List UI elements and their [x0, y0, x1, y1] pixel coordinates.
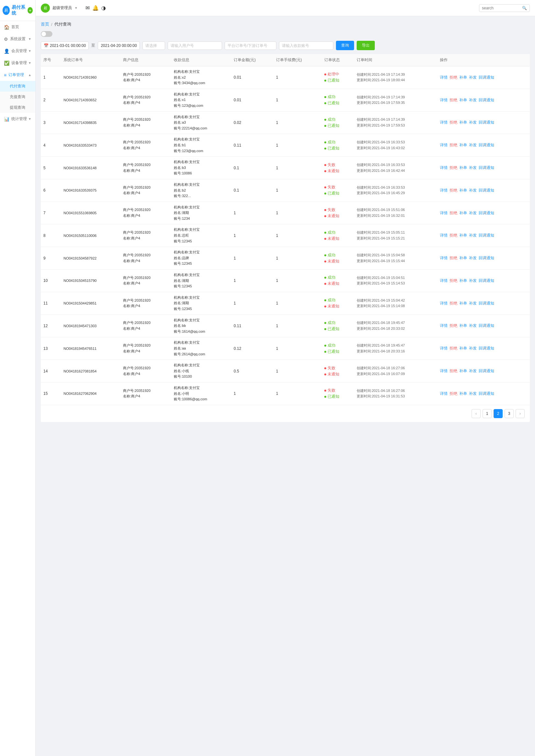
action-补单[interactable]: 补单 [459, 210, 467, 216]
action-补单[interactable]: 补单 [459, 278, 467, 284]
date-from-picker[interactable]: 📅 2021-03-01 00:00:00 [41, 42, 89, 50]
action-回调通知[interactable]: 回调通知 [479, 233, 494, 238]
action-详情[interactable]: 详情 [440, 75, 448, 80]
order-id-input[interactable] [225, 42, 276, 50]
action-补发[interactable]: 补发 [469, 255, 477, 261]
action-补发[interactable]: 补发 [469, 142, 477, 148]
action-补单[interactable]: 补单 [459, 323, 467, 328]
sidebar-item-chongzhi[interactable]: 充值查询 [0, 92, 35, 102]
sidebar-add-button[interactable]: + [28, 7, 33, 14]
action-补单[interactable]: 补单 [459, 188, 467, 193]
action-补发[interactable]: 补发 [469, 391, 477, 396]
dropdown-icon[interactable]: ▼ [74, 6, 78, 10]
action-回调通知[interactable]: 回调通知 [479, 75, 494, 80]
sidebar-item-system[interactable]: ⚙ 系统设置 ▼ [0, 33, 35, 45]
action-拒绝[interactable]: 拒绝 [450, 210, 457, 216]
theme-icon[interactable]: ◑ [101, 5, 106, 11]
action-回调通知[interactable]: 回调通知 [479, 278, 494, 284]
action-详情[interactable]: 详情 [440, 301, 448, 306]
action-补单[interactable]: 补单 [459, 98, 467, 103]
action-补发[interactable]: 补发 [469, 233, 477, 238]
action-详情[interactable]: 详情 [440, 278, 448, 284]
action-拒绝[interactable]: 拒绝 [450, 233, 457, 238]
action-拒绝[interactable]: 拒绝 [450, 391, 457, 396]
action-补单[interactable]: 补单 [459, 142, 467, 148]
action-补单[interactable]: 补单 [459, 255, 467, 261]
sidebar-item-stats[interactable]: 📊 统计管理 ▼ [0, 113, 35, 125]
user-id-input[interactable] [168, 42, 222, 50]
page-2-button[interactable]: 2 [493, 409, 503, 418]
action-回调通知[interactable]: 回调通知 [479, 210, 494, 216]
action-补发[interactable]: 补发 [469, 188, 477, 193]
action-补发[interactable]: 补发 [469, 278, 477, 284]
bell-icon[interactable]: 🔔 [92, 5, 99, 11]
action-回调通知[interactable]: 回调通知 [479, 255, 494, 261]
action-详情[interactable]: 详情 [440, 323, 448, 328]
action-回调通知[interactable]: 回调通知 [479, 301, 494, 306]
action-拒绝[interactable]: 拒绝 [450, 368, 457, 374]
action-详情[interactable]: 详情 [440, 368, 448, 374]
action-拒绝[interactable]: 拒绝 [450, 255, 457, 261]
action-补发[interactable]: 补发 [469, 323, 477, 328]
action-拒绝[interactable]: 拒绝 [450, 188, 457, 193]
search-icon[interactable]: 🔍 [522, 6, 527, 10]
action-详情[interactable]: 详情 [440, 210, 448, 216]
action-拒绝[interactable]: 拒绝 [450, 75, 457, 80]
action-补发[interactable]: 补发 [469, 120, 477, 125]
sidebar-item-order[interactable]: ≡ 订单管理 ▲ [0, 69, 35, 81]
action-补发[interactable]: 补发 [469, 98, 477, 103]
page-prev-button[interactable]: ‹ [471, 409, 481, 418]
action-补发[interactable]: 补发 [469, 368, 477, 374]
export-button[interactable]: 导出 [357, 41, 375, 50]
action-回调通知[interactable]: 回调通知 [479, 346, 494, 351]
page-1-button[interactable]: 1 [483, 409, 492, 418]
action-补发[interactable]: 补发 [469, 346, 477, 351]
action-拒绝[interactable]: 拒绝 [450, 142, 457, 148]
action-补单[interactable]: 补单 [459, 165, 467, 171]
sidebar-item-daifu[interactable]: 代付查询 [0, 81, 35, 92]
action-回调通知[interactable]: 回调通知 [479, 391, 494, 396]
action-详情[interactable]: 详情 [440, 98, 448, 103]
breadcrumb-home[interactable]: 首页 [41, 21, 49, 27]
action-拒绝[interactable]: 拒绝 [450, 165, 457, 171]
action-补单[interactable]: 补单 [459, 368, 467, 374]
action-补发[interactable]: 补发 [469, 301, 477, 306]
action-详情[interactable]: 详情 [440, 142, 448, 148]
sidebar-item-member[interactable]: 👤 会员管理 ▼ [0, 45, 35, 57]
search-input[interactable] [482, 6, 521, 10]
action-回调通知[interactable]: 回调通知 [479, 323, 494, 328]
action-拒绝[interactable]: 拒绝 [450, 323, 457, 328]
action-详情[interactable]: 详情 [440, 346, 448, 351]
action-补单[interactable]: 补单 [459, 346, 467, 351]
action-补发[interactable]: 补发 [469, 210, 477, 216]
query-button[interactable]: 查询 [336, 41, 354, 50]
action-补单[interactable]: 补单 [459, 233, 467, 238]
action-回调通知[interactable]: 回调通知 [479, 98, 494, 103]
date-to-picker[interactable]: 2021-04-20 00:00:00 [98, 42, 139, 50]
action-详情[interactable]: 详情 [440, 233, 448, 238]
action-回调通知[interactable]: 回调通知 [479, 368, 494, 374]
action-详情[interactable]: 详情 [440, 188, 448, 193]
action-详情[interactable]: 详情 [440, 391, 448, 396]
sidebar-item-tibi[interactable]: 提现查询 [0, 102, 35, 113]
page-3-button[interactable]: 3 [505, 409, 514, 418]
mail-icon[interactable]: ✉ [85, 5, 90, 11]
action-补单[interactable]: 补单 [459, 120, 467, 125]
status-select[interactable]: 请选择 [142, 42, 165, 50]
action-补单[interactable]: 补单 [459, 301, 467, 306]
sidebar-item-home[interactable]: 🏠 首页 [0, 21, 35, 33]
action-拒绝[interactable]: 拒绝 [450, 301, 457, 306]
action-补单[interactable]: 补单 [459, 75, 467, 80]
action-回调通知[interactable]: 回调通知 [479, 165, 494, 171]
action-补单[interactable]: 补单 [459, 391, 467, 396]
action-详情[interactable]: 详情 [440, 255, 448, 261]
toggle-switch[interactable] [41, 31, 52, 37]
action-拒绝[interactable]: 拒绝 [450, 278, 457, 284]
action-回调通知[interactable]: 回调通知 [479, 142, 494, 148]
account-input[interactable] [279, 42, 333, 50]
action-详情[interactable]: 详情 [440, 120, 448, 125]
action-补发[interactable]: 补发 [469, 165, 477, 171]
action-详情[interactable]: 详情 [440, 165, 448, 171]
sidebar-item-device[interactable]: ✅ 设备管理 ▼ [0, 57, 35, 69]
action-补发[interactable]: 补发 [469, 75, 477, 80]
